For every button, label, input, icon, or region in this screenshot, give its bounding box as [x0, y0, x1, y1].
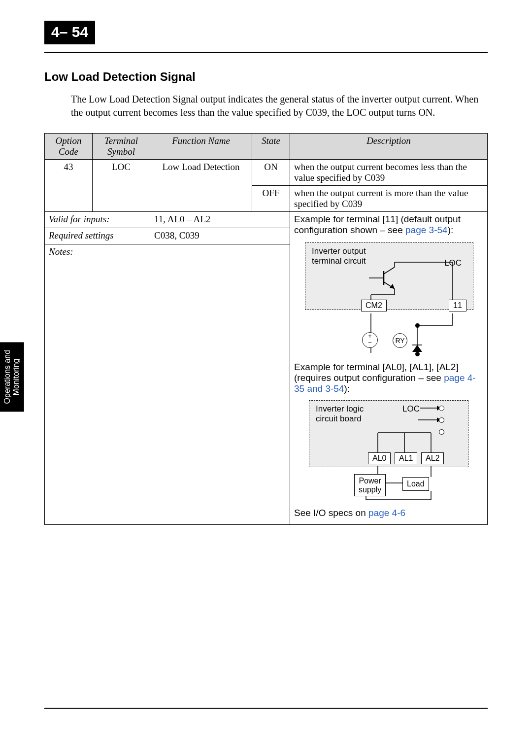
- example1-post: ):: [448, 225, 454, 235]
- th-function-name: Function Name: [150, 134, 252, 160]
- cell-valid-inputs: 11, AL0 – AL2: [150, 212, 290, 228]
- io-specs-text: See I/O specs on page 4-6: [294, 508, 483, 518]
- link-page-3-54[interactable]: page 3-54: [405, 225, 448, 235]
- d2-terminal-al2: AL2: [421, 452, 444, 464]
- row-on: 43 LOC Low Load Detection ON when the ou…: [45, 160, 488, 186]
- example1-text: Example for terminal [11] (default outpu…: [294, 214, 483, 236]
- d2-contact-1: [439, 406, 444, 411]
- cell-terminal-symbol: LOC: [93, 160, 150, 212]
- cell-desc-off: when the output current is more than the…: [290, 186, 488, 212]
- diagram-1: Inverter outputterminal circuit LOC: [305, 240, 472, 353]
- top-rule: [44, 52, 488, 53]
- d1-wires: [305, 240, 472, 353]
- d2-terminal-al0: AL0: [368, 452, 391, 464]
- cell-valid-inputs-label: Valid for inputs:: [45, 212, 150, 228]
- th-description: Description: [290, 134, 488, 160]
- svg-marker-18: [412, 345, 422, 352]
- d2-terminal-al1: AL1: [395, 452, 417, 464]
- cell-state-off: OFF: [252, 186, 290, 212]
- signal-table: Option Code Terminal Symbol Function Nam…: [44, 133, 488, 525]
- cell-state-on: ON: [252, 160, 290, 186]
- section-title: Low Load Detection Signal: [44, 70, 488, 84]
- d1-node-dot-1: [415, 323, 420, 328]
- cell-notes: Notes:: [45, 244, 290, 525]
- table-header-row: Option Code Terminal Symbol Function Nam…: [45, 134, 488, 160]
- example2-pre: Example for terminal [AL0], [AL1], [AL2]…: [294, 362, 459, 383]
- cell-diagrams: Example for terminal [11] (default outpu…: [290, 212, 488, 525]
- d2-power-supply: Powersupply: [354, 474, 386, 496]
- side-tab: Operations andMonitoring: [0, 342, 24, 412]
- io-specs-pre: See I/O specs on: [294, 508, 368, 518]
- d2-load: Load: [402, 477, 429, 491]
- d1-relay: RY: [393, 333, 407, 348]
- th-state: State: [252, 134, 290, 160]
- d1-terminal-cm2: CM2: [361, 300, 387, 311]
- d1-battery: +−: [362, 332, 378, 348]
- d1-node-dot-2: [415, 352, 420, 356]
- cell-option-code: 43: [45, 160, 93, 212]
- d1-terminal-11: 11: [449, 300, 466, 311]
- page-number: 4– 54: [44, 21, 95, 44]
- d2-contact-3: [439, 429, 444, 435]
- bottom-rule: [44, 708, 488, 709]
- intro-paragraph: The Low Load Detection Signal output ind…: [71, 93, 488, 119]
- link-page-4-6[interactable]: page 4-6: [368, 508, 405, 518]
- cell-required-settings-label: Required settings: [45, 228, 150, 244]
- cell-function-name: Low Load Detection: [150, 160, 252, 212]
- example2-text: Example for terminal [AL0], [AL1], [AL2]…: [294, 362, 483, 394]
- cell-desc-on: when the output current becomes less tha…: [290, 160, 488, 186]
- th-option-code: Option Code: [45, 134, 93, 160]
- example2-post: ):: [344, 383, 350, 394]
- svg-line-2: [384, 267, 395, 274]
- d2-contact-2: [439, 417, 444, 423]
- th-terminal-symbol: Terminal Symbol: [93, 134, 150, 160]
- row-valid-inputs: Valid for inputs: 11, AL0 – AL2 Example …: [45, 212, 488, 228]
- cell-required-settings: C038, C039: [150, 228, 290, 244]
- diagram-2: Inverter logiccircuit board LOC: [305, 398, 472, 502]
- d2-wires: [305, 398, 472, 502]
